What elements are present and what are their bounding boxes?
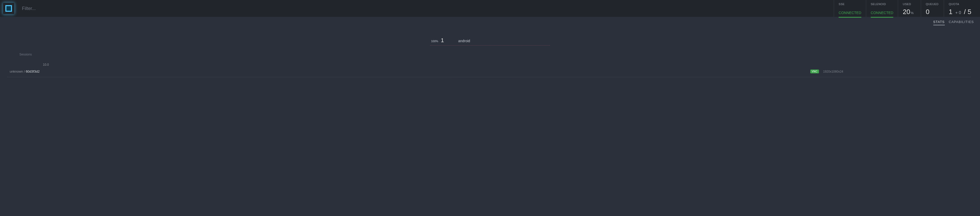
resolution: 1920x1080x24 [823, 70, 843, 74]
status-value: CONNECTED [838, 11, 861, 18]
status-label: USED [903, 3, 916, 6]
status-value: 0 [926, 8, 939, 17]
status-used: USED 20% [898, 0, 921, 17]
status-queued: QUEUED 0 [921, 0, 944, 17]
browser-count: 1 [441, 37, 444, 44]
status-quota: QUOTA 1 + 0 / 5 [944, 0, 976, 17]
status-label: QUOTA [948, 3, 971, 6]
version-label: 10.0 [43, 63, 973, 66]
filter-input[interactable] [22, 6, 834, 11]
status-value: 1 + 0 / 5 [948, 8, 971, 17]
session-name: unknown / 60d3f3d2 [10, 70, 40, 74]
status-value: 20% [903, 8, 916, 17]
status-group: SSE CONNECTED SELENOID CONNECTED USED 20… [834, 0, 976, 17]
browser-name: android [458, 39, 470, 43]
status-sse: SSE CONNECTED [834, 0, 866, 17]
status-label: SSE [838, 3, 861, 6]
session-row[interactable]: unknown / 60d3f3d2 VNC 1920x1080x24 [7, 68, 971, 77]
status-selenoid: SELENOID CONNECTED [866, 0, 898, 17]
status-value: CONNECTED [871, 11, 894, 18]
view-tabs: STATS CAPABILITIES [0, 17, 980, 27]
app-logo[interactable] [3, 3, 14, 14]
browser-percent: 100% [431, 40, 438, 43]
status-label: SELENOID [871, 3, 894, 6]
tab-capabilities[interactable]: CAPABILITIES [949, 20, 974, 25]
sessions-title: Sessions [19, 53, 973, 56]
top-header: SSE CONNECTED SELENOID CONNECTED USED 20… [0, 0, 980, 17]
square-icon [5, 5, 12, 12]
browser-row[interactable]: 100% 1 android [430, 37, 550, 45]
browser-summary: 100% 1 android [0, 37, 980, 45]
tab-stats[interactable]: STATS [933, 20, 945, 25]
session-meta: VNC 1920x1080x24 [810, 70, 843, 74]
sessions-section: Sessions 10.0 unknown / 60d3f3d2 VNC 192… [0, 45, 980, 77]
status-label: QUEUED [926, 3, 939, 6]
vnc-badge[interactable]: VNC [810, 70, 819, 74]
